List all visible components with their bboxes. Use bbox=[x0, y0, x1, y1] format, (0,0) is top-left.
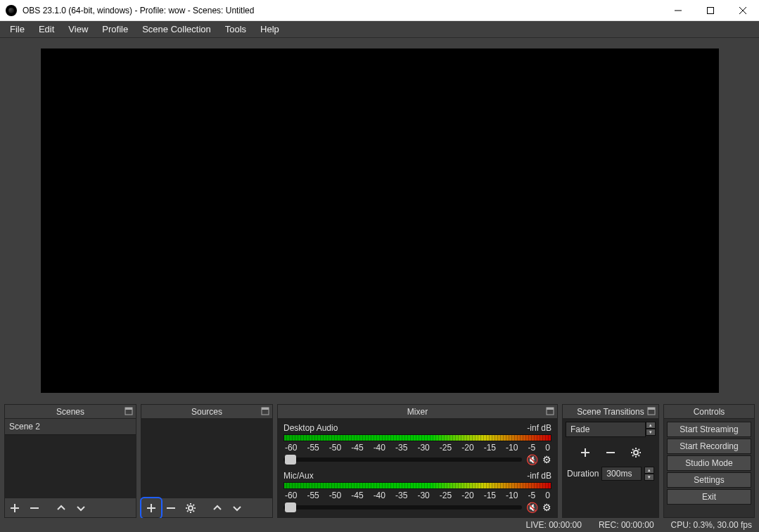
close-button[interactable] bbox=[727, 0, 759, 21]
svg-rect-5 bbox=[125, 408, 132, 410]
duration-input[interactable]: 300ms bbox=[601, 467, 642, 481]
scenes-title: Scenes bbox=[56, 407, 84, 417]
exit-button[interactable]: Exit bbox=[667, 489, 751, 505]
volume-slider[interactable] bbox=[283, 458, 522, 462]
volume-meter bbox=[283, 434, 551, 441]
preview-canvas[interactable] bbox=[41, 48, 719, 393]
transition-spin[interactable]: ▴▾ bbox=[646, 422, 656, 437]
mixer-panel: Mixer Desktop Audio -inf dB -60-55-50-45… bbox=[277, 404, 558, 518]
sources-list[interactable] bbox=[141, 419, 272, 498]
mixer-channel: Mic/Aux -inf dB -60-55-50-45-40-35-30-25… bbox=[283, 471, 551, 513]
move-scene-down-button[interactable] bbox=[71, 498, 91, 518]
preview-area bbox=[0, 38, 759, 400]
menu-help[interactable]: Help bbox=[253, 21, 286, 37]
menu-file[interactable]: File bbox=[3, 21, 32, 37]
window-title: OBS 23.1.0 (64-bit, windows) - Profile: … bbox=[23, 6, 662, 15]
scenes-toolbar bbox=[5, 498, 136, 517]
studio-mode-button[interactable]: Studio Mode bbox=[667, 455, 751, 471]
app-logo-icon bbox=[6, 5, 17, 16]
source-properties-button[interactable] bbox=[181, 498, 200, 518]
transition-properties-button[interactable] bbox=[626, 443, 646, 462]
settings-button[interactable]: Settings bbox=[667, 472, 751, 488]
menu-view[interactable]: View bbox=[61, 21, 95, 37]
channel-name: Mic/Aux bbox=[283, 471, 314, 481]
move-source-up-button[interactable] bbox=[208, 498, 227, 518]
popout-icon[interactable] bbox=[546, 407, 554, 415]
start-recording-button[interactable]: Start Recording bbox=[667, 439, 751, 454]
controls-title: Controls bbox=[694, 407, 725, 417]
transitions-body: Fade ▴▾ Duration 300ms ▴▾ bbox=[563, 419, 658, 517]
slider-knob[interactable] bbox=[285, 455, 296, 465]
svg-point-14 bbox=[189, 506, 193, 510]
add-source-button[interactable] bbox=[141, 498, 161, 518]
status-live: LIVE: 00:00:00 bbox=[525, 520, 581, 530]
channel-name: Desktop Audio bbox=[283, 423, 338, 433]
app-window: OBS 23.1.0 (64-bit, windows) - Profile: … bbox=[0, 0, 759, 532]
move-source-down-button[interactable] bbox=[227, 498, 247, 518]
meter-ticks: -60-55-50-45-40-35-30-25-20-15-10-50 bbox=[283, 491, 551, 500]
titlebar: OBS 23.1.0 (64-bit, windows) - Profile: … bbox=[0, 0, 759, 21]
maximize-button[interactable] bbox=[694, 0, 727, 21]
channel-level: -inf dB bbox=[527, 471, 551, 481]
status-cpu: CPU: 0.3%, 30.00 fps bbox=[671, 520, 752, 530]
status-rec: REC: 00:00:00 bbox=[599, 520, 654, 530]
transitions-panel: Scene Transitions Fade ▴▾ bbox=[562, 404, 659, 518]
transitions-title: Scene Transitions bbox=[577, 407, 644, 417]
meter-ticks: -60-55-50-45-40-35-30-25-20-15-10-50 bbox=[283, 443, 551, 453]
duration-label: Duration bbox=[567, 469, 599, 479]
popout-icon[interactable] bbox=[261, 407, 269, 415]
add-scene-button[interactable] bbox=[5, 498, 25, 518]
remove-source-button[interactable] bbox=[161, 498, 181, 518]
start-streaming-button[interactable]: Start Streaming bbox=[667, 422, 751, 437]
menu-tools[interactable]: Tools bbox=[218, 21, 253, 37]
svg-point-22 bbox=[634, 450, 638, 455]
sources-toolbar bbox=[141, 498, 272, 517]
channel-settings-icon[interactable]: ⚙ bbox=[542, 454, 551, 465]
mixer-channel: Desktop Audio -inf dB -60-55-50-45-40-35… bbox=[283, 423, 551, 465]
controls-header: Controls bbox=[664, 405, 754, 419]
channel-settings-icon[interactable]: ⚙ bbox=[542, 502, 551, 513]
sources-header: Sources bbox=[141, 405, 272, 419]
mixer-header: Mixer bbox=[278, 405, 557, 419]
volume-meter bbox=[283, 482, 551, 489]
transitions-header: Scene Transitions bbox=[563, 405, 658, 419]
menu-scene-collection[interactable]: Scene Collection bbox=[135, 21, 218, 37]
scenes-header: Scenes bbox=[5, 405, 136, 419]
svg-rect-18 bbox=[648, 408, 655, 410]
controls-body: Start Streaming Start Recording Studio M… bbox=[664, 419, 754, 517]
mute-icon[interactable]: 🔇 bbox=[526, 454, 538, 465]
scenes-list[interactable]: Scene 2 bbox=[5, 419, 136, 498]
svg-rect-16 bbox=[547, 408, 554, 410]
minimize-button[interactable] bbox=[662, 0, 694, 21]
mute-icon[interactable]: 🔇 bbox=[526, 502, 538, 513]
menu-edit[interactable]: Edit bbox=[32, 21, 61, 37]
popout-icon[interactable] bbox=[647, 407, 656, 415]
move-scene-up-button[interactable] bbox=[51, 498, 71, 518]
mixer-body: Desktop Audio -inf dB -60-55-50-45-40-35… bbox=[278, 419, 557, 517]
sources-panel: Sources bbox=[141, 404, 273, 518]
duration-spin[interactable]: ▴▾ bbox=[644, 467, 654, 481]
svg-rect-10 bbox=[262, 408, 269, 410]
menubar: File Edit View Profile Scene Collection … bbox=[0, 21, 759, 38]
volume-slider[interactable] bbox=[283, 505, 522, 510]
scene-item[interactable]: Scene 2 bbox=[5, 419, 136, 435]
menu-profile[interactable]: Profile bbox=[95, 21, 135, 37]
transition-select[interactable]: Fade bbox=[566, 422, 646, 437]
add-transition-button[interactable] bbox=[575, 443, 595, 462]
mixer-title: Mixer bbox=[407, 407, 428, 417]
slider-knob[interactable] bbox=[285, 502, 296, 512]
svg-rect-1 bbox=[708, 7, 714, 13]
remove-scene-button[interactable] bbox=[25, 498, 44, 518]
controls-panel: Controls Start Streaming Start Recording… bbox=[663, 404, 755, 518]
remove-transition-button[interactable] bbox=[601, 443, 620, 462]
scenes-panel: Scenes Scene 2 bbox=[4, 404, 136, 518]
channel-level: -inf dB bbox=[527, 423, 551, 433]
sources-title: Sources bbox=[191, 407, 222, 417]
popout-icon[interactable] bbox=[125, 407, 133, 415]
status-bar: LIVE: 00:00:00 REC: 00:00:00 CPU: 0.3%, … bbox=[0, 518, 759, 532]
